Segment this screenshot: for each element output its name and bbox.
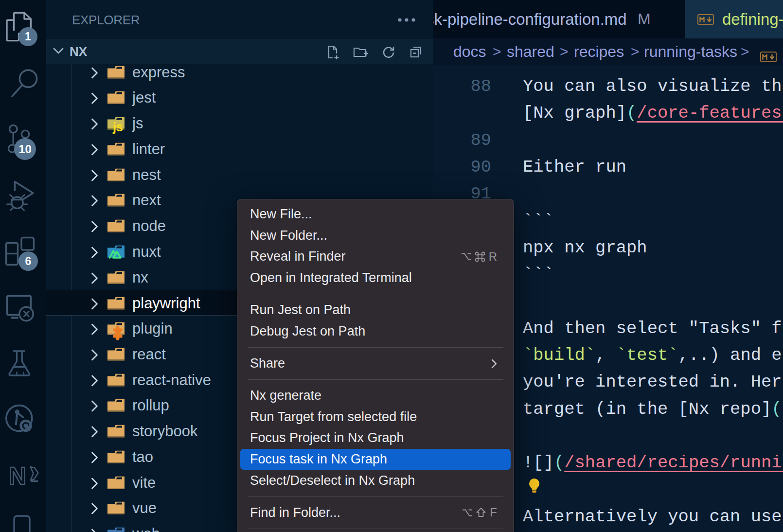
svg-text:js: js bbox=[112, 120, 123, 134]
svg-text:N: N bbox=[9, 462, 26, 490]
